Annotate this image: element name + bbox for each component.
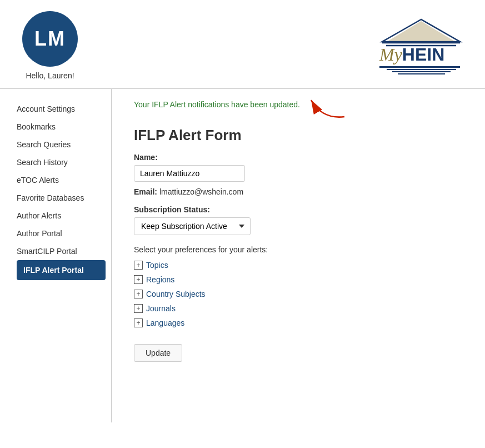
success-wrapper: Your IFLP Alert notifications have been …	[134, 100, 300, 118]
svg-marker-1	[388, 21, 454, 41]
expand-icon-regions[interactable]: +	[134, 275, 143, 284]
category-item-topics: + Topics	[134, 261, 463, 270]
sidebar-item-favorite-databases[interactable]: Favorite Databases	[17, 189, 111, 207]
sidebar-item-account-settings[interactable]: Account Settings	[17, 100, 111, 118]
sidebar: Account Settings Bookmarks Search Querie…	[0, 89, 111, 422]
expand-icon-languages[interactable]: +	[134, 318, 143, 327]
email-display: Email: lmattiuzzo@wshein.com	[134, 187, 463, 196]
sidebar-item-search-queries[interactable]: Search Queries	[17, 136, 111, 153]
name-label: Name:	[134, 153, 463, 162]
category-item-journals: + Journals	[134, 304, 463, 313]
sidebar-item-author-portal[interactable]: Author Portal	[17, 225, 111, 242]
sidebar-item-search-history[interactable]: Search History	[17, 153, 111, 171]
subscription-label: Subscription Status:	[134, 205, 463, 214]
sidebar-item-iflp-alert-portal[interactable]: IFLP Alert Portal	[17, 260, 106, 280]
greeting: Hello, Lauren!	[26, 71, 74, 80]
category-item-country-subjects: + Country Subjects	[134, 290, 463, 298]
name-input[interactable]	[134, 165, 245, 182]
arrow-indicator-icon	[306, 89, 350, 122]
sidebar-item-etoc-alerts[interactable]: eTOC Alerts	[17, 171, 111, 189]
category-link-journals[interactable]: Journals	[146, 304, 176, 313]
main-layout: Account Settings Bookmarks Search Querie…	[0, 89, 485, 422]
logo-hein-text: HEIN	[402, 44, 444, 65]
preferences-label: Select your preferences for your alerts:	[134, 245, 463, 254]
myhein-logo: My HEIN	[379, 17, 463, 75]
expand-icon-topics[interactable]: +	[134, 261, 143, 270]
header-left: LM Hello, Lauren!	[22, 11, 78, 80]
category-link-country-subjects[interactable]: Country Subjects	[146, 290, 206, 298]
logo-area: My HEIN	[379, 17, 463, 75]
category-item-regions: + Regions	[134, 275, 463, 284]
category-link-regions[interactable]: Regions	[146, 275, 174, 284]
form-title: IFLP Alert Form	[134, 127, 463, 144]
categories-list: + Topics + Regions + Country Subjects + …	[134, 261, 463, 327]
sidebar-item-bookmarks[interactable]: Bookmarks	[17, 118, 111, 136]
header: LM Hello, Lauren! My HEIN	[0, 0, 485, 89]
category-link-topics[interactable]: Topics	[146, 261, 168, 270]
category-link-languages[interactable]: Languages	[146, 318, 184, 327]
success-message: Your IFLP Alert notifications have been …	[134, 100, 300, 109]
sidebar-item-smartcilp-portal[interactable]: SmartCILP Portal	[17, 242, 111, 260]
expand-icon-journals[interactable]: +	[134, 304, 143, 313]
sidebar-item-author-alerts[interactable]: Author Alerts	[17, 207, 111, 225]
category-item-languages: + Languages	[134, 318, 463, 327]
avatar: LM	[22, 11, 78, 67]
content-area: Your IFLP Alert notifications have been …	[111, 89, 485, 422]
expand-icon-country-subjects[interactable]: +	[134, 290, 143, 298]
update-button[interactable]: Update	[134, 344, 182, 362]
subscription-select[interactable]: Keep Subscription Active	[134, 217, 251, 235]
logo-roof-icon	[379, 17, 463, 47]
logo-my-text: My	[379, 44, 402, 65]
